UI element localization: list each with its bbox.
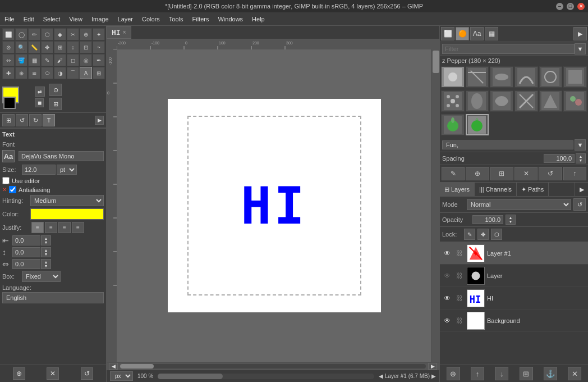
tool-zoom[interactable]: 🔍 <box>15 41 27 53</box>
swap-colors-icon[interactable]: ⇄ <box>35 87 45 97</box>
tool-options-icon3[interactable]: ↻ <box>29 114 42 126</box>
minimize-button[interactable]: – <box>556 3 563 10</box>
indent2-stepper[interactable]: ▲▼ <box>41 247 51 257</box>
menu-help[interactable]: Help <box>247 15 269 24</box>
layer-3-chain[interactable]: ⛓ <box>454 293 465 303</box>
justify-left-button[interactable]: ≡ <box>31 222 44 233</box>
brush-item-7[interactable] <box>441 90 465 112</box>
layer-3-visibility[interactable]: 👁 <box>442 293 452 303</box>
tool-ink[interactable]: ✒ <box>93 54 105 66</box>
brush-item-6[interactable] <box>563 66 587 88</box>
menu-image[interactable]: Image <box>87 15 113 24</box>
layer-lower-button[interactable]: ↓ <box>495 367 508 380</box>
spacing-input[interactable] <box>544 154 575 163</box>
brush-refresh-button[interactable]: ↺ <box>539 167 562 180</box>
restore-button[interactable]: ⊕ <box>13 367 25 380</box>
spacing-stepper[interactable]: ▲▼ <box>576 153 586 163</box>
close-button[interactable]: ✕ <box>577 3 585 10</box>
tool-smudge[interactable]: ≋ <box>28 67 40 79</box>
tool-scissors[interactable]: ✂ <box>67 28 79 40</box>
layer-anchor-button[interactable]: ⚓ <box>544 367 557 380</box>
tab-paths[interactable]: ✦ Paths <box>517 183 549 196</box>
justify-center-button[interactable]: ≡ <box>45 222 57 233</box>
vertical-scrollbar[interactable] <box>431 49 439 362</box>
tool-color-picker[interactable]: ⊘ <box>2 41 15 53</box>
tag-input[interactable] <box>442 140 573 149</box>
tool-eraser[interactable]: ◻ <box>67 54 79 66</box>
tool-measure[interactable]: 📏 <box>28 41 40 53</box>
hscroll-track[interactable] <box>120 364 426 369</box>
menu-filters[interactable]: Filters <box>188 15 214 24</box>
tag-dropdown-button[interactable]: ▼ <box>575 139 586 151</box>
resource-tab-gradients[interactable]: ▦ <box>485 27 498 40</box>
tool-airbrush[interactable]: ◎ <box>80 54 92 66</box>
layer-item-4[interactable]: 👁 ⛓ Background <box>440 310 588 332</box>
maximize-button[interactable]: □ <box>567 3 574 10</box>
lock-pixels-button[interactable]: ✎ <box>464 229 475 240</box>
indent3-stepper[interactable]: ▲▼ <box>41 259 51 269</box>
layer-item-2[interactable]: 👁 ⛓ Layer <box>440 265 588 287</box>
layers-panel-menu[interactable]: ▶ <box>575 183 588 196</box>
resource-panel-menu[interactable]: ▶ <box>573 27 587 40</box>
opacity-input[interactable] <box>472 215 503 224</box>
brush-item-9[interactable] <box>490 90 513 112</box>
layer-4-visibility[interactable]: 👁 <box>442 316 452 326</box>
layer-new-button[interactable]: ⊕ <box>447 367 460 380</box>
font-name-input[interactable] <box>19 151 104 161</box>
layer-arrow-right[interactable]: ▶ <box>431 373 436 379</box>
indent1-stepper[interactable]: ▲▼ <box>41 235 51 245</box>
resource-tab-brushes[interactable]: 🟠 <box>456 27 469 40</box>
tool-free-select[interactable]: ✏ <box>28 28 40 40</box>
canvas-tab-close[interactable]: × <box>123 29 126 35</box>
size-input[interactable] <box>22 165 56 175</box>
brush-new-button[interactable]: ⊕ <box>466 167 489 180</box>
tool-blur[interactable]: ⬭ <box>41 67 53 79</box>
brush-item-1[interactable] <box>441 66 465 88</box>
menu-colors[interactable]: Colors <box>137 15 164 24</box>
color-mode-icon[interactable]: ⊙ <box>49 84 62 96</box>
brush-item-11[interactable] <box>539 90 563 112</box>
antialiasing-checkbox[interactable] <box>9 186 16 193</box>
canvas-tab-hi[interactable]: HI × <box>107 26 131 39</box>
layer-2-chain[interactable]: ⛓ <box>454 271 465 281</box>
menu-tools[interactable]: Tools <box>164 15 188 24</box>
brush-item-4[interactable] <box>514 66 538 88</box>
delete-button[interactable]: ✕ <box>47 367 59 380</box>
brush-item-2[interactable] <box>466 66 489 88</box>
tool-dodge[interactable]: ◑ <box>54 67 66 79</box>
indent3-input[interactable] <box>12 259 40 269</box>
tool-move[interactable]: ✥ <box>41 41 53 53</box>
menu-view[interactable]: View <box>65 15 87 24</box>
brush-item-10[interactable] <box>514 90 538 112</box>
brush-edit-button[interactable]: ✎ <box>442 167 465 180</box>
background-color[interactable] <box>3 97 16 109</box>
use-editor-checkbox[interactable] <box>2 177 10 184</box>
brush-item-5[interactable] <box>539 66 563 88</box>
brush-export-button[interactable]: ↑ <box>563 167 586 180</box>
tool-transform[interactable]: ↕ <box>67 41 79 53</box>
tool-options-icon1[interactable]: ⊞ <box>2 114 15 126</box>
mode-select[interactable]: Normal Multiply Screen <box>467 199 571 210</box>
indent1-input[interactable] <box>12 235 40 245</box>
layer-2-visibility[interactable]: 👁 <box>442 271 452 281</box>
refresh-button[interactable]: ↺ <box>81 367 93 380</box>
layer-arrow-left[interactable]: ◀ <box>379 373 383 379</box>
tool-rect-select[interactable]: ⬜ <box>2 28 15 40</box>
tool-heal[interactable]: ✚ <box>2 67 15 79</box>
box-select[interactable]: Fixed Dynamic <box>22 271 61 282</box>
tool-curves[interactable]: ⌒ <box>67 67 79 79</box>
menu-select[interactable]: Select <box>39 15 65 24</box>
tool-blend[interactable]: ▦ <box>28 54 40 66</box>
tool-options-icon4[interactable]: T <box>43 114 55 126</box>
tool-text[interactable]: A <box>80 67 92 79</box>
hscroll-thumb[interactable] <box>120 364 154 369</box>
brush-item-8[interactable] <box>466 90 489 112</box>
tool-extra[interactable]: ⊞ <box>93 67 105 79</box>
lock-position-button[interactable]: ✥ <box>477 229 489 240</box>
layer-1-visibility[interactable]: 👁 <box>442 248 452 258</box>
scroll-right-button[interactable]: ▶ <box>428 363 437 370</box>
layer-4-chain[interactable]: ⛓ <box>454 316 465 326</box>
pattern-icon[interactable]: ⊞ <box>49 98 62 110</box>
brush-delete-button[interactable]: ✕ <box>514 167 538 180</box>
menu-file[interactable]: File <box>0 15 19 24</box>
